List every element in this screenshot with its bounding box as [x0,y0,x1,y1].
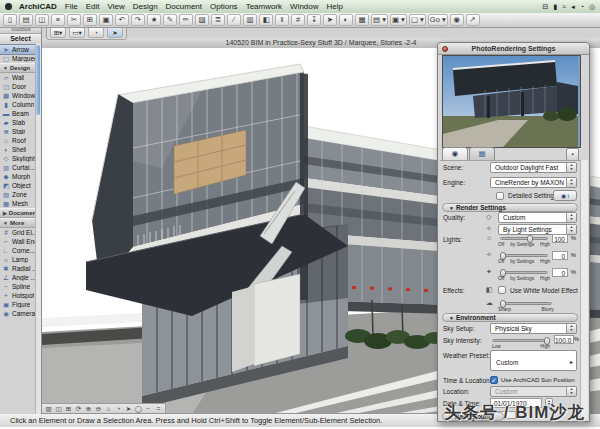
magnify-icon[interactable]: ◯ [134,405,143,413]
slider-value[interactable]: 0 [552,268,568,277]
paste-icon[interactable]: ▣ [99,14,113,26]
menu-item[interactable]: File [65,2,78,11]
tool-icon: ☼ [2,256,10,263]
menu-item[interactable]: Teamwork [246,2,282,11]
composite-icon[interactable]: ▥ [243,14,257,26]
zoom-increase-icon[interactable]: = [154,405,163,413]
guide-lines-icon[interactable]: ‖ [275,14,289,26]
arrow-cursor-button[interactable]: ➤ [107,27,123,38]
slider-value[interactable]: 100 [552,234,568,243]
tool-label: Hotspot [12,292,34,299]
print-icon[interactable]: ≡ [51,14,65,26]
apple-menu-icon[interactable] [5,3,12,10]
engine-label: Engine: [443,179,465,186]
profile-icon[interactable]: ◧ [259,14,273,26]
pen-icon[interactable]: ✎ [163,14,177,26]
open-icon[interactable]: ▤ [19,14,33,26]
snap-grid-icon[interactable]: # [291,14,305,26]
menu-item[interactable]: Edit [86,2,100,11]
zoom-decrease-icon[interactable]: − [144,405,153,413]
weather-preset-box[interactable]: Custom ▸ [490,350,577,371]
arrow-tool-icon[interactable]: ➤ [323,14,337,26]
palette-titlebar[interactable]: PhotoRendering Settings [438,43,589,55]
sky-intensity-track[interactable] [492,339,550,342]
copy-icon[interactable]: ⊞ [83,14,97,26]
clock-icon[interactable]: ◔ [580,3,584,11]
section-view-icon[interactable]: ▣ ▾ [390,14,407,26]
palette-scrollbar[interactable] [580,160,588,420]
select-arrow-icon[interactable]: ➤ [124,405,133,413]
sun-light-slider: ☼ 100 % Offby SettingsHigh [440,233,580,250]
render-button[interactable]: ◉ [450,14,464,26]
explore-button[interactable]: ↗ [466,14,480,26]
toolbox-scrollbar[interactable] [35,43,41,414]
wifi-icon[interactable]: ≈ [562,3,566,11]
scene-dropdown[interactable]: Outdoor Daylight Fast ▲▼ [490,162,577,173]
layers-icon[interactable]: ≣ [211,14,225,26]
rebuild-icon[interactable]: ⟳ [74,405,83,413]
blur-icon: ☁ [486,299,493,307]
detailed-settings-checkbox[interactable] [496,192,504,200]
light-settings-icon: ✧ [486,225,492,233]
tool-icon: ~ [2,283,10,290]
redo-icon[interactable]: ↷ [131,14,145,26]
fit-view-icon[interactable]: ⌂ [104,405,113,413]
sun-position-checkbox[interactable]: ✓ [490,376,498,384]
rendering-settings-tab[interactable]: ◉ [442,147,468,160]
floor-plan-view-icon[interactable]: ▤ ▾ [371,14,388,26]
menu-item[interactable]: Window [290,2,318,11]
palette-title: PhotoRendering Settings [472,45,556,52]
go-button[interactable]: Go ▾ [428,14,448,26]
slider-track[interactable] [500,271,548,274]
detailed-settings-label: Detailed Settings [508,192,557,199]
selection-mode-button[interactable]: ⊞▾ [50,27,66,38]
group-icon[interactable]: ▦ [355,14,369,26]
slider-value[interactable]: 0 [552,251,568,260]
layer-combo-icon[interactable]: ⊞ [64,405,73,413]
orbit-icon[interactable]: ◔ [114,405,123,413]
image-size-tab[interactable]: ▦ [469,147,495,160]
toolbox-scrollbar-thumb[interactable] [36,45,40,115]
favorites-icon[interactable]: ★ [147,14,161,26]
undo-icon[interactable]: ↶ [115,14,129,26]
quality-dropdown[interactable]: Custom ▲▼ [498,212,577,223]
white-model-checkbox[interactable] [498,286,506,294]
menu-item[interactable]: Options [210,2,238,11]
gravity-icon[interactable]: ↧ [307,14,321,26]
engine-dropdown[interactable]: CineRender by MAXON ▲▼ [490,177,577,188]
environment-header[interactable]: ▼Environment [442,313,578,322]
render-settings-header[interactable]: ▼Render Settings [442,203,578,212]
display-icon[interactable]: ⊟ [543,3,549,11]
pane-layout-icon[interactable]: ▥ [44,405,53,413]
menu-item[interactable]: View [107,2,124,11]
sky-intensity-value[interactable]: 100.0 [554,335,574,344]
cut-icon[interactable]: ✂ [67,14,81,26]
zoom-in-icon[interactable]: ⊕ [84,405,93,413]
slider-track[interactable] [500,254,548,257]
sky-setup-dropdown[interactable]: Physical Sky ▲▼ [490,323,577,334]
fill-icon[interactable]: ▨ [195,14,209,26]
3d-view-icon[interactable]: ▢ ▾ [409,14,426,26]
spotlight-icon[interactable]: ◎ [589,3,595,11]
menu-item[interactable]: Help [327,2,343,11]
menu-item[interactable]: ArchiCAD [19,2,57,11]
battery-icon[interactable]: ▮ [553,3,557,11]
new-file-icon[interactable]: ▯ [3,14,17,26]
render-info-button[interactable]: ◉ i [553,190,577,201]
snap-button[interactable]: ◔ [88,27,104,38]
line-tool-icon[interactable]: ∕ [227,14,241,26]
tool-label: Radial ... [12,265,38,272]
tool-icon: ∟ [2,247,10,254]
model-view-icon[interactable]: ◫ [54,405,63,413]
save-icon[interactable]: ◫ [35,14,49,26]
marquee-mode-button[interactable]: ▭▾ [69,27,85,38]
zoom-out-icon[interactable]: ⊖ [94,405,103,413]
trace-reference-icon[interactable]: ◐ [339,14,353,26]
color-pen-icon[interactable]: ✏ [179,14,193,26]
volume-icon[interactable]: ◂ [571,3,575,11]
menu-item[interactable]: Design [133,2,158,11]
blur-slider-track[interactable] [500,302,552,305]
slider-track[interactable] [500,237,548,240]
menu-item[interactable]: Document [166,2,202,11]
close-icon[interactable] [442,46,448,52]
